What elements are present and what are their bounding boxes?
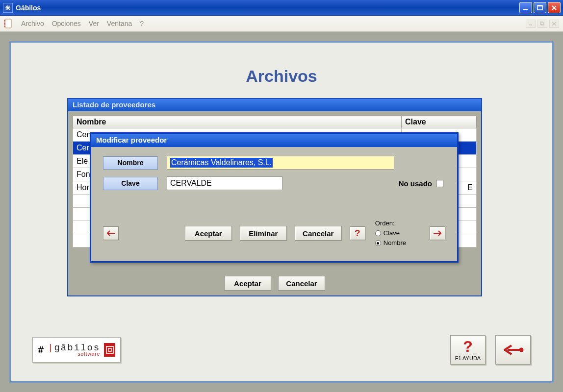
next-button[interactable] [430,226,445,240]
order-clave-radio[interactable]: Clave [375,228,406,238]
svg-rect-8 [4,26,5,27]
back-big-button[interactable] [495,335,531,365]
svg-rect-2 [537,5,542,6]
mdi-close-icon[interactable] [549,20,559,28]
svg-point-13 [519,348,524,352]
list-window-title[interactable]: Listado de proveedores [68,99,481,111]
gabilos-logo[interactable]: # |gâbilos software [32,337,121,363]
list-cancel-button[interactable]: Cancelar [278,276,325,291]
radio-icon [375,240,381,246]
radio-icon [375,230,381,236]
label-nombre: Nombre [103,156,158,170]
titlebar: Gábilos [0,0,563,16]
help-label: F1 AYUDA [455,355,481,361]
minimize-button[interactable] [519,2,532,13]
page-title: Archivos [246,67,317,86]
dialog-accept-button[interactable]: Aceptar [185,226,232,241]
order-nombre-radio[interactable]: Nombre [375,238,406,248]
menu-ver[interactable]: Ver [85,18,102,29]
edit-provider-dialog: Modificar proveedor Nombre Cerámicas Val… [90,132,459,263]
svg-rect-0 [523,9,528,10]
mdi-minimize-icon[interactable] [526,20,536,28]
svg-rect-6 [4,23,5,24]
svg-rect-11 [540,22,543,24]
mdi-area: Archivos Listado de proveedores Nombre C… [0,32,563,392]
dialog-help-button[interactable]: ? [350,226,365,240]
nombre-value: Cerámicas Valdelinares, S.L. [170,158,273,168]
menu-help[interactable]: ? [136,18,147,29]
menu-ventana[interactable]: Ventana [103,18,135,29]
mdi-restore-icon[interactable] [537,20,547,28]
app-icon [3,3,13,13]
maximize-button[interactable] [534,2,546,13]
question-icon: ? [463,339,473,354]
clave-input[interactable] [167,176,282,190]
mdi-controls [526,20,560,28]
order-title: Orden: [375,219,406,228]
arrow-right-icon [433,230,442,236]
col-nombre[interactable]: Nombre [73,116,402,128]
arrow-left-icon [106,230,115,236]
svg-rect-10 [541,23,544,25]
menu-archivo[interactable]: Archivo [18,18,48,29]
svg-rect-5 [4,22,5,23]
inner-frame: Archivos Listado de proveedores Nombre C… [9,41,554,383]
svg-rect-3 [5,19,11,28]
svg-rect-7 [4,24,5,25]
menu-opciones[interactable]: Opciones [49,18,84,29]
help-f1-button[interactable]: ? F1 AYUDA [450,335,486,365]
logo-badge-icon [104,343,115,357]
arrow-left-big-icon [502,344,524,356]
col-clave[interactable]: Clave [402,116,477,128]
label-no-usado: No usado [399,179,432,188]
notebook-icon [3,18,13,29]
menubar: Archivo Opciones Ver Ventana ? [0,16,563,32]
main-window: Gábilos Archivo Opciones Ver Ventana ? [0,0,563,392]
svg-rect-9 [529,24,532,25]
list-accept-button[interactable]: Aceptar [224,276,271,291]
order-group: Orden: Clave Nombre [375,219,406,248]
dialog-delete-button[interactable]: Eliminar [240,226,287,241]
dialog-cancel-button[interactable]: Cancelar [295,226,342,241]
dialog-title[interactable]: Modificar proveedor [91,134,457,147]
svg-rect-4 [4,20,5,21]
no-usado-checkbox[interactable] [436,180,443,187]
label-clave: Clave [103,177,158,190]
window-title: Gábilos [16,4,41,12]
logo-subtext: software [48,352,100,357]
prev-button[interactable] [103,226,119,240]
close-button[interactable] [548,2,561,13]
svg-rect-12 [106,346,113,353]
nombre-input[interactable]: Cerámicas Valdelinares, S.L. [167,156,394,170]
